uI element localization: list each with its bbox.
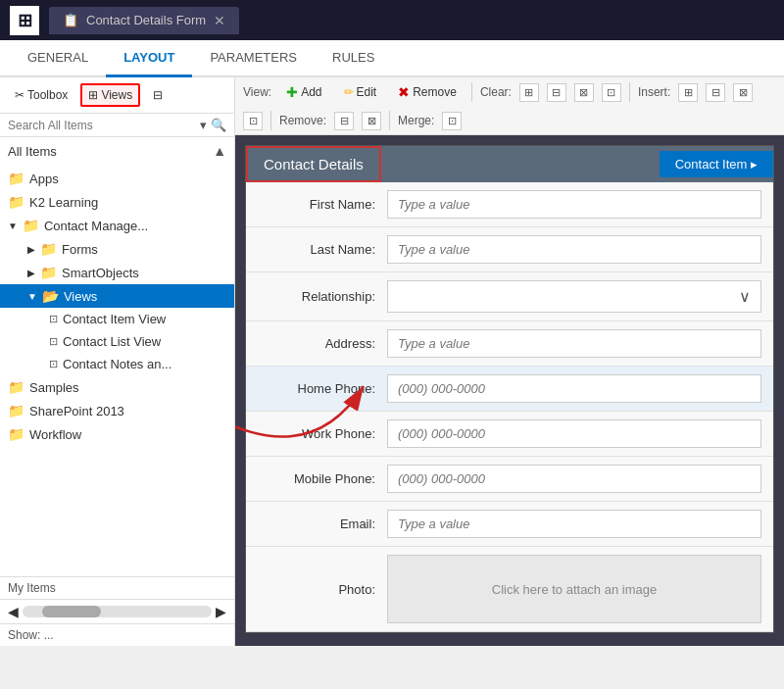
search-input[interactable] bbox=[8, 119, 196, 132]
remove2-btn-2[interactable]: ⊠ bbox=[362, 112, 381, 130]
views-button[interactable]: ⊞ Views bbox=[80, 83, 140, 107]
tree-item-label: Forms bbox=[62, 242, 98, 257]
last-name-input[interactable] bbox=[387, 235, 761, 264]
form-row-address: Address: bbox=[246, 321, 773, 367]
field-label-firstname: First Name: bbox=[258, 197, 375, 212]
tab-parameters[interactable]: PARAMETERS bbox=[192, 40, 315, 77]
form-row-workphone: Work Phone: bbox=[246, 412, 773, 457]
nav-tabs: GENERAL LAYOUT PARAMETERS RULES bbox=[0, 40, 784, 77]
add-view-button[interactable]: ✚ Add bbox=[279, 81, 328, 103]
tab-general[interactable]: GENERAL bbox=[10, 40, 106, 77]
folder-icon: 📁 bbox=[23, 218, 39, 233]
remove-view-button[interactable]: ✖ Remove bbox=[391, 81, 464, 103]
tree: 📁 Apps 📁 K2 Learning ▼ 📁 Contact Manage.… bbox=[0, 165, 234, 576]
folder-icon: 📁 bbox=[8, 194, 24, 210]
field-label-homephone: Home Phone: bbox=[258, 381, 375, 396]
clear-btn-2[interactable]: ⊟ bbox=[547, 83, 566, 102]
first-name-input[interactable] bbox=[387, 190, 761, 219]
scroll-right-arrow[interactable]: ▶ bbox=[216, 604, 226, 619]
tree-item-apps[interactable]: 📁 Apps bbox=[0, 167, 234, 190]
view-label: View: bbox=[243, 85, 271, 99]
tree-item-forms[interactable]: ▶ 📁 Forms bbox=[0, 237, 234, 261]
tab-rules[interactable]: RULES bbox=[315, 40, 392, 77]
layout-btn[interactable]: ⊟ bbox=[146, 84, 170, 106]
tab-layout[interactable]: LAYOUT bbox=[106, 40, 192, 77]
tree-item-k2learning[interactable]: 📁 K2 Learning bbox=[0, 190, 234, 214]
tree-item-label: Apps bbox=[29, 172, 59, 186]
active-tab[interactable]: 📋 Contact Details Form ✕ bbox=[49, 7, 239, 34]
tree-item-smartobjects[interactable]: ▶ 📁 SmartObjects bbox=[0, 261, 234, 284]
search-icon[interactable]: 🔍 bbox=[211, 118, 226, 132]
toolbox-label: Toolbox bbox=[27, 88, 68, 102]
photo-attach-area[interactable]: Click here to attach an image bbox=[387, 555, 761, 623]
folder-icon: 📁 bbox=[8, 171, 24, 186]
toolbox-button[interactable]: ✂ Toolbox bbox=[8, 84, 74, 106]
form-title: Contact Details bbox=[246, 146, 381, 182]
field-label-photo: Photo: bbox=[258, 582, 375, 597]
tree-item-label: Contact Notes an... bbox=[63, 357, 172, 371]
insert-btn-1[interactable]: ⊞ bbox=[678, 83, 698, 102]
insert-btn-4[interactable]: ⊡ bbox=[243, 112, 263, 130]
chevron-down-icon[interactable]: ▾ bbox=[200, 118, 207, 132]
insert-btn-3[interactable]: ⊠ bbox=[733, 83, 753, 102]
add-icon: ✚ bbox=[286, 84, 298, 100]
search-row: ▾ 🔍 bbox=[0, 114, 234, 137]
form-row-mobilephone: Mobile Phone: bbox=[246, 457, 773, 502]
form-row-email: Email: bbox=[246, 502, 773, 547]
clear-btn-4[interactable]: ⊡ bbox=[602, 83, 621, 102]
tree-item-views[interactable]: ▼ 📂 Views bbox=[0, 284, 234, 308]
views-label: Views bbox=[101, 88, 132, 102]
form-row-homephone: Home Phone: bbox=[246, 367, 773, 412]
scrollbar-row: ◀ ▶ bbox=[0, 599, 234, 623]
attach-image-label: Click here to attach an image bbox=[492, 582, 657, 597]
mobile-phone-input[interactable] bbox=[387, 465, 761, 493]
remove2-btn-1[interactable]: ⊟ bbox=[334, 112, 354, 130]
tree-item-workflow[interactable]: 📁 Workflow bbox=[0, 422, 234, 446]
merge-btn-1[interactable]: ⊡ bbox=[442, 112, 462, 130]
subfolder-icon: 📁 bbox=[40, 241, 57, 257]
separator2 bbox=[629, 82, 630, 102]
remove2-label: Remove: bbox=[279, 114, 326, 127]
close-tab-button[interactable]: ✕ bbox=[214, 13, 225, 28]
show-bar: Show: ... bbox=[0, 623, 234, 646]
work-phone-input[interactable] bbox=[387, 419, 761, 448]
field-label-workphone: Work Phone: bbox=[258, 426, 375, 441]
scroll-thumb bbox=[42, 606, 101, 617]
relationship-select[interactable]: ∨ bbox=[387, 280, 761, 313]
tree-item-contactmanage[interactable]: ▼ 📁 Contact Manage... bbox=[0, 214, 234, 237]
clear-btn-3[interactable]: ⊠ bbox=[574, 83, 594, 102]
views-grid-icon: ⊞ bbox=[88, 88, 98, 102]
show-ellipsis: ... bbox=[44, 628, 54, 642]
home-phone-input[interactable] bbox=[387, 374, 761, 403]
form-row-firstname: First Name: bbox=[246, 182, 773, 227]
tree-item-contactitemview[interactable]: ⊡ Contact Item View bbox=[0, 308, 234, 330]
tab-icon: 📋 bbox=[63, 13, 78, 27]
view-icon: ⊡ bbox=[49, 358, 58, 370]
main-layout: ✂ Toolbox ⊞ Views ⊟ ▾ 🔍 All Items ▲ bbox=[0, 77, 784, 646]
top-bar: ⊞ 📋 Contact Details Form ✕ bbox=[0, 0, 784, 40]
tree-item-contactnotes[interactable]: ⊡ Contact Notes an... bbox=[0, 353, 234, 375]
edit-view-button[interactable]: ✏ Edit bbox=[337, 82, 384, 102]
tree-item-sharepoint[interactable]: 📁 SharePoint 2013 bbox=[0, 399, 234, 422]
form-header: Contact Details Contact Item ▸ bbox=[246, 146, 773, 182]
all-items-header: All Items ▲ bbox=[0, 137, 234, 165]
tree-item-contactlistview[interactable]: ⊡ Contact List View bbox=[0, 330, 234, 353]
left-toolbar: ✂ Toolbox ⊞ Views ⊟ bbox=[0, 77, 234, 114]
scroll-track[interactable] bbox=[23, 606, 212, 617]
address-input[interactable] bbox=[387, 329, 761, 358]
toolbox-icon: ✂ bbox=[15, 88, 24, 102]
scroll-left-arrow[interactable]: ◀ bbox=[8, 604, 19, 619]
remove-icon: ✖ bbox=[398, 84, 410, 100]
email-input[interactable] bbox=[387, 510, 761, 538]
collapse-button[interactable]: ▲ bbox=[213, 143, 226, 159]
tree-item-label: Contact List View bbox=[63, 334, 161, 349]
form-card: Contact Details Contact Item ▸ First Nam… bbox=[245, 145, 774, 633]
tree-item-samples[interactable]: 📁 Samples bbox=[0, 375, 234, 399]
merge-label: Merge: bbox=[398, 114, 434, 127]
clear-btn-1[interactable]: ⊞ bbox=[519, 83, 539, 102]
triangle-icon: ▼ bbox=[8, 221, 18, 231]
insert-btn-2[interactable]: ⊟ bbox=[706, 83, 725, 102]
layout-icon: ⊟ bbox=[153, 88, 163, 102]
form-row-photo: Photo: Click here to attach an image bbox=[246, 547, 773, 632]
add-label: Add bbox=[301, 85, 321, 99]
